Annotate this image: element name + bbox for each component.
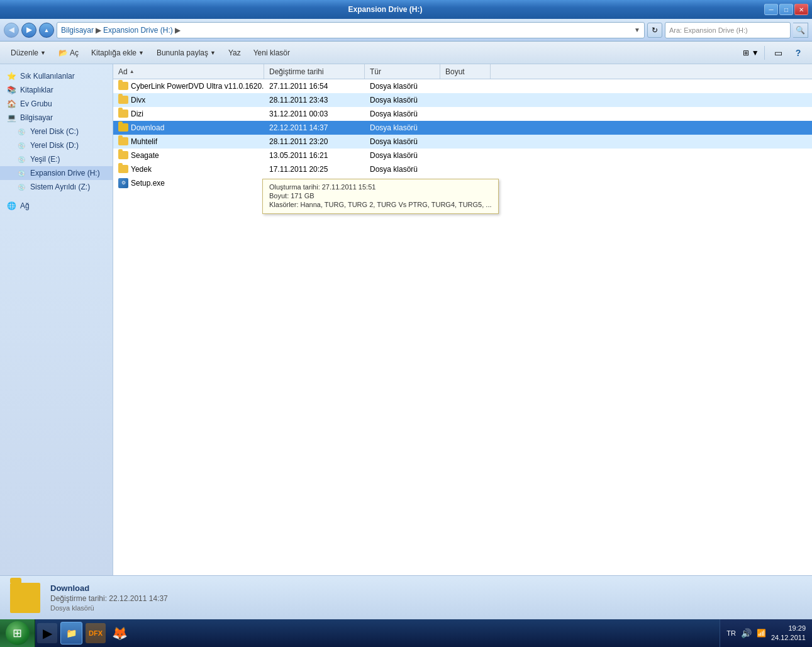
refresh-button[interactable]: ↻ [647,23,662,38]
breadcrumb-item-drive[interactable]: Expansion Drive (H:) [103,26,173,35]
minimize-button[interactable]: ─ [764,4,778,15]
file-type-cell: Dosya klasörü [365,79,440,93]
file-size-cell [440,79,491,93]
share-button[interactable]: Bununla paylaş ▼ [151,44,221,62]
breadcrumb-dropdown[interactable]: ▼ [634,26,640,33]
taskbar-right: TR 🔊 📶 19:29 24.12.2011 [720,619,812,647]
file-size-cell [440,121,491,134]
sidebar-network-label: Ağ [20,201,30,210]
disk-e-icon: 💿 [16,154,26,164]
help-button[interactable]: ? [789,44,807,62]
file-name-label: Setup.exe [131,179,165,188]
new-folder-button[interactable]: Yeni klasör [248,44,296,62]
search-bar[interactable]: Ara: Expansion Drive (H:) [665,22,791,38]
file-type-cell: Dosya klasörü [365,93,440,106]
explorer-icon: 📁 [66,628,77,638]
breadcrumb-item-computer[interactable]: Bilgisayar [61,26,94,35]
view-options-button[interactable]: ⊞ ▼ [742,44,760,62]
sort-name-label: Ad [118,67,128,76]
file-type-cell: Dosya klasörü [365,121,440,134]
taskbar-app-explorer[interactable]: 📁 [60,622,82,644]
star-icon: ⭐ [6,71,16,81]
disk-d-icon: 💿 [16,140,26,150]
file-name-label: CyberLink PowerDVD Ultra v11.0.1620.51 [131,82,264,91]
file-size-cell [440,107,491,120]
sort-date[interactable]: Değiştirme tarihi [264,64,365,79]
table-row[interactable]: Seagate 13.05.2011 16:21 Dosya klasörü [113,149,812,162]
preview-pane-button[interactable]: ▭ [769,44,787,62]
table-row[interactable]: CyberLink PowerDVD Ultra v11.0.1620.51 2… [113,79,812,93]
taskbar-app-dfx[interactable]: DFX [86,623,106,643]
folder-icon [118,165,128,173]
file-size-cell [440,149,491,162]
taskbar-app-wmp[interactable]: ▶ [37,623,57,643]
sort-size[interactable]: Boyut [440,64,491,79]
file-date-cell: 17.11.2011 20:25 [264,162,365,176]
taskbar-clock[interactable]: 19:29 24.12.2011 [771,624,806,643]
close-button[interactable]: ✕ [794,4,808,15]
table-row[interactable]: Muhtelif 28.11.2011 23:20 Dosya klasörü [113,135,812,149]
sidebar-item-green-e[interactable]: 💿 Yeşil (E:) [0,152,113,166]
sidebar-item-expansion-h[interactable]: 💿 Expansion Drive (H:) [0,166,113,180]
add-library-arrow: ▼ [138,50,144,56]
network-tray-icon[interactable]: 📶 [757,629,766,638]
main-area: ⭐ Sık Kullanılanlar 📚 Kitaplıklar 🏠 Ev G… [0,64,812,575]
breadcrumb-bar: Bilgisayar ▶ Expansion Drive (H:) ▶ ▼ [57,22,645,38]
exe-icon: ⚙ [118,178,128,188]
file-name-label: Yedek [131,165,152,174]
back-button[interactable]: ◀ [4,23,19,38]
sidebar-item-homegroup[interactable]: 🏠 Ev Grubu [0,97,113,111]
forward-button[interactable]: ▶ [21,23,36,38]
file-name-cell: CyberLink PowerDVD Ultra v11.0.1620.51 [113,79,264,93]
organize-label: Düzenle [11,48,38,57]
sidebar-item-system-z[interactable]: 💿 Sistem Ayrıldı (Z:) [0,180,113,194]
folder-icon [118,110,128,118]
file-name-cell: Download [113,121,264,134]
status-type: Dosya klasörü [50,604,168,612]
folder-icon [118,82,128,90]
sort-name[interactable]: Ad ▲ [113,64,264,79]
file-name-label: Muhtelif [131,137,157,146]
volume-icon[interactable]: 🔊 [741,628,752,638]
open-button[interactable]: 📂 Aç [53,44,84,62]
write-button[interactable]: Yaz [223,44,247,62]
start-button[interactable]: ⊞ [0,619,35,647]
sidebar-local-d-label: Yerel Disk (D:) [30,141,79,150]
add-to-library-button[interactable]: Kitaplığa ekle ▼ [86,44,150,62]
sidebar-item-local-c[interactable]: 💿 Yerel Disk (C:) [0,125,113,138]
sort-size-label: Boyut [445,67,465,76]
file-type-cell: Dosya klasörü [365,162,440,176]
file-name-cell: ⚙ Setup.exe [113,176,264,189]
file-date-cell: 31.12.2011 00:03 [264,107,365,120]
nav-bar: ◀ ▶ ▲ Bilgisayar ▶ Expansion Drive (H:) … [0,19,812,42]
status-info: Download Değiştirme tarihi: 22.12.2011 1… [50,583,168,612]
file-date-cell: 27.11.2011 16:54 [264,79,365,93]
sidebar-item-network[interactable]: 🌐 Ağ [0,199,113,213]
sidebar-item-favorites[interactable]: ⭐ Sık Kullanılanlar [0,69,113,83]
folder-icon [118,96,128,104]
maximize-button[interactable]: □ [779,4,793,15]
disk-c-icon: 💿 [16,127,26,137]
organize-button[interactable]: Düzenle ▼ [5,44,52,62]
table-row[interactable]: Dizi 31.12.2011 00:03 Dosya klasörü [113,107,812,121]
open-label: Aç [70,48,79,57]
file-name-label: Divx [131,96,145,104]
search-button[interactable]: 🔍 [793,23,808,38]
sidebar-item-local-d[interactable]: 💿 Yerel Disk (D:) [0,138,113,152]
taskbar-app-firefox[interactable]: 🦊 [109,623,130,643]
title-bar: Expansion Drive (H:) ─ □ ✕ [0,0,812,19]
sidebar: ⭐ Sık Kullanılanlar 📚 Kitaplıklar 🏠 Ev G… [0,64,113,575]
sidebar-item-libraries[interactable]: 📚 Kitaplıklar [0,83,113,97]
sort-type[interactable]: Tür [365,64,440,79]
sidebar-local-c-label: Yerel Disk (C:) [30,127,79,136]
sidebar-item-computer[interactable]: 💻 Bilgisayar [0,111,113,125]
table-row[interactable]: Yedek 17.11.2011 20:25 Dosya klasörü [113,162,812,176]
table-row[interactable]: Divx 28.11.2011 23:43 Dosya klasörü [113,93,812,107]
table-row[interactable]: ⚙ Setup.exe 16.01.2009 09:14 Uygulama 15… [113,176,812,190]
up-button[interactable]: ▲ [39,23,54,38]
status-bar: Download Değiştirme tarihi: 22.12.2011 1… [0,575,812,619]
table-row[interactable]: Download 22.12.2011 14:37 Dosya klasörü [113,121,812,135]
status-name: Download [50,583,168,593]
dfx-label: DFX [89,629,103,637]
organize-arrow: ▼ [40,50,46,56]
